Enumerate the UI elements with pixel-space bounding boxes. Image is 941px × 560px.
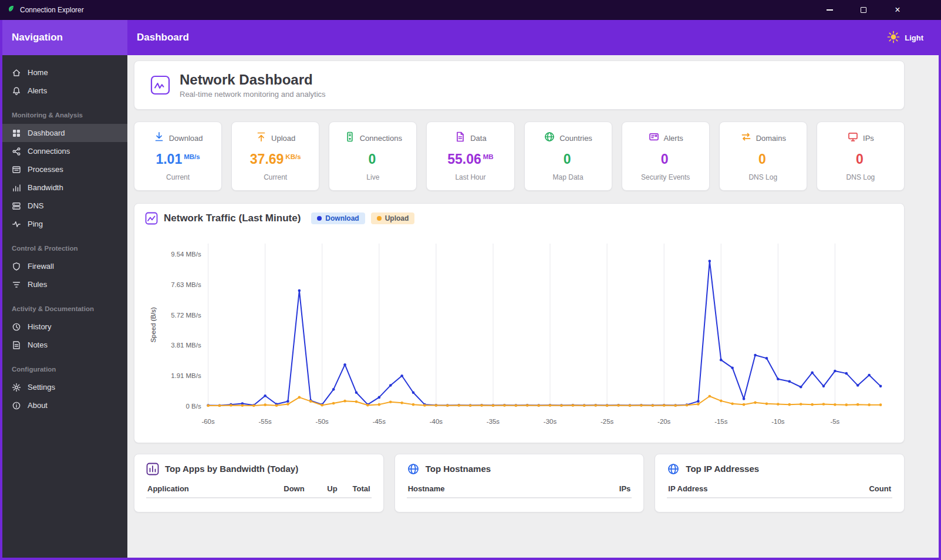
- stat-card-ips: IPs 0 DNS Log: [817, 122, 905, 191]
- hero-subtitle: Real-time network monitoring and analyti…: [180, 90, 326, 99]
- titlebar: Connection Explorer ×: [0, 0, 941, 20]
- sidebar-item-notes[interactable]: Notes: [2, 336, 127, 354]
- maximize-icon: [861, 7, 866, 13]
- sidebar-header: Navigation: [2, 20, 127, 55]
- legend-download-chip[interactable]: Download: [311, 212, 365, 224]
- col-ip-address: IP Address: [668, 484, 858, 493]
- legend-upload-dot: [377, 216, 382, 221]
- upload-icon: [255, 131, 267, 145]
- info-icon: [12, 401, 21, 410]
- top-ip-addresses-card: Top IP Addresses IP Address Count: [655, 454, 905, 512]
- stat-card-connections: Connections 0 Live: [329, 122, 417, 191]
- svg-text:1.91 MB/s: 1.91 MB/s: [171, 372, 201, 379]
- stat-value: 55.06MB: [447, 153, 493, 166]
- sidebar-item-history[interactable]: History: [2, 318, 127, 336]
- server-tower-icon: [344, 131, 356, 145]
- svg-text:Speed (B/s): Speed (B/s): [150, 307, 157, 343]
- stat-card-upload: Upload 37.69KB/s Current: [231, 122, 319, 191]
- monitor-icon: [847, 131, 859, 145]
- col-ips: IPs: [598, 484, 630, 493]
- col-application: Application: [147, 484, 272, 493]
- stat-value: 0: [564, 153, 573, 166]
- stat-value: 0: [856, 153, 865, 166]
- theme-label: Light: [905, 33, 923, 42]
- stat-value: 0: [758, 153, 768, 166]
- sidebar: Home Alerts Monitoring & Analysis Dashbo…: [2, 55, 127, 558]
- app-logo-icon: [7, 5, 15, 15]
- sidebar-item-connections[interactable]: Connections: [2, 142, 127, 160]
- col-total: Total: [338, 484, 370, 493]
- chart-plot-area: -60s-55s-50s-45s-40s-35s-30s-25s-20s-15s…: [145, 231, 893, 437]
- stat-sublabel: Current: [264, 173, 287, 181]
- svg-text:-25s: -25s: [601, 418, 614, 425]
- app-body: Home Alerts Monitoring & Analysis Dashbo…: [2, 55, 939, 558]
- close-button[interactable]: ×: [891, 3, 905, 17]
- minimize-button[interactable]: [822, 3, 837, 17]
- stat-sublabel: Current: [166, 173, 190, 181]
- process-list-icon: [12, 165, 21, 174]
- stat-card-domains: Domains 0 DNS Log: [719, 122, 807, 191]
- bottom-row: Top Apps by Bandwidth (Today) Applicatio…: [134, 454, 905, 512]
- globe-icon: [544, 131, 555, 145]
- col-count: Count: [858, 484, 891, 493]
- sidebar-item-processes[interactable]: Processes: [2, 160, 127, 178]
- svg-text:-10s: -10s: [771, 418, 785, 425]
- stat-value: 37.69KB/s: [250, 153, 301, 166]
- legend-download-dot: [317, 216, 322, 221]
- sidebar-item-firewall[interactable]: Firewall: [2, 257, 127, 275]
- maximize-button[interactable]: [856, 3, 871, 17]
- sidebar-section-control: Control & Protection: [2, 242, 127, 255]
- minimize-icon: [827, 9, 833, 11]
- app-frame: Navigation Dashboard Light Home: [2, 20, 939, 558]
- apps-bar-chart-icon: [146, 463, 159, 475]
- sidebar-item-alerts[interactable]: Alerts: [2, 82, 127, 100]
- sidebar-item-home[interactable]: Home: [2, 63, 127, 82]
- traffic-chart-svg: -60s-55s-50s-45s-40s-35s-30s-25s-20s-15s…: [145, 231, 893, 437]
- stat-sublabel: Map Data: [553, 173, 584, 181]
- sidebar-item-dns[interactable]: DNS: [2, 197, 127, 215]
- alarm-panel-icon: [648, 131, 660, 145]
- stat-value: 1.01MB/s: [156, 153, 200, 166]
- chart-title: Network Traffic (Last Minute): [164, 212, 301, 224]
- page-title: Dashboard: [137, 32, 887, 43]
- svg-text:-30s: -30s: [544, 418, 557, 425]
- stat-sublabel: DNS Log: [748, 173, 777, 181]
- legend-upload-chip[interactable]: Upload: [371, 212, 415, 224]
- sun-icon: [887, 31, 900, 45]
- stat-sublabel: Live: [366, 173, 379, 181]
- network-dashboard-icon: [150, 75, 170, 95]
- hostnames-globe-icon: [407, 463, 420, 475]
- sidebar-section-configuration: Configuration: [2, 363, 127, 376]
- col-up: Up: [305, 484, 338, 493]
- filter-rules-icon: [12, 280, 21, 289]
- share-nodes-icon: [12, 147, 21, 156]
- window-title: Connection Explorer: [20, 6, 84, 14]
- svg-text:-50s: -50s: [316, 418, 329, 425]
- close-icon: ×: [895, 5, 900, 15]
- stat-card-download: Download 1.01MB/s Current: [134, 122, 222, 191]
- stat-sublabel: Security Events: [641, 173, 690, 181]
- hero-title: Network Dashboard: [180, 72, 326, 88]
- shield-icon: [12, 262, 21, 271]
- app-window: Connection Explorer × Navigation Dashboa…: [0, 0, 941, 560]
- sidebar-item-ping[interactable]: Ping: [2, 215, 127, 233]
- sidebar-item-rules[interactable]: Rules: [2, 275, 127, 294]
- top-ip-columns: IP Address Count: [667, 481, 892, 498]
- top-apps-card: Top Apps by Bandwidth (Today) Applicatio…: [134, 454, 384, 512]
- theme-toggle[interactable]: Light: [887, 31, 923, 45]
- sidebar-item-settings[interactable]: Settings: [2, 378, 127, 396]
- stat-card-alerts: Alerts 0 Security Events: [622, 122, 710, 191]
- svg-text:-35s: -35s: [487, 418, 500, 425]
- chart-header: Network Traffic (Last Minute) Download U…: [145, 212, 893, 225]
- sidebar-item-bandwidth[interactable]: Bandwidth: [2, 178, 127, 197]
- stat-card-countries: Countries 0 Map Data: [524, 122, 612, 191]
- gear-icon: [12, 383, 21, 392]
- network-traffic-card: Network Traffic (Last Minute) Download U…: [134, 203, 905, 443]
- svg-text:-40s: -40s: [430, 418, 443, 425]
- swap-arrows-icon: [740, 131, 752, 145]
- svg-text:-15s: -15s: [714, 418, 728, 425]
- top-apps-title: Top Apps by Bandwidth (Today): [165, 464, 298, 474]
- main-content: Network Dashboard Real-time network moni…: [127, 55, 939, 558]
- sidebar-item-about[interactable]: About: [2, 396, 127, 414]
- sidebar-item-dashboard[interactable]: Dashboard: [2, 124, 127, 142]
